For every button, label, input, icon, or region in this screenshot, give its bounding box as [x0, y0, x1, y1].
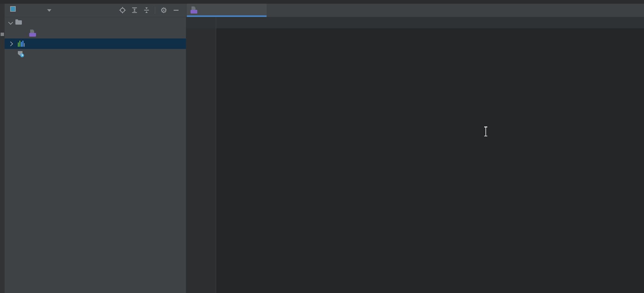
- gear-icon: ⚙: [160, 6, 167, 14]
- chevron-collapsed-icon[interactable]: [8, 42, 13, 46]
- expand-all-button[interactable]: [130, 6, 139, 14]
- project-panel-header: ⚙: [5, 4, 186, 17]
- project-panel: ⚙: [5, 4, 186, 293]
- settings-button[interactable]: ⚙: [159, 6, 168, 14]
- tree-row-php-file[interactable]: [5, 28, 186, 38]
- minimize-icon: [173, 7, 179, 13]
- tool-window-strip: [0, 4, 5, 293]
- php-file-icon: [29, 30, 36, 37]
- chevron-expanded-icon[interactable]: [8, 20, 13, 25]
- hide-panel-button[interactable]: [172, 6, 180, 14]
- gutter: [186, 17, 216, 293]
- tool-strip-icon[interactable]: [1, 33, 4, 36]
- toolbar-separator: [155, 7, 155, 14]
- locate-file-button[interactable]: [118, 6, 127, 14]
- scratches-icon: [18, 51, 24, 57]
- php-file-icon: [191, 6, 197, 14]
- folder-icon: [15, 20, 22, 25]
- tab-relilab-termine[interactable]: [187, 4, 267, 17]
- locate-icon: [119, 7, 126, 14]
- collapse-all-icon: [143, 7, 150, 14]
- chevron-down-icon[interactable]: [47, 9, 51, 12]
- tree-row-project-root[interactable]: [5, 18, 186, 28]
- gutter-separator: [216, 17, 216, 293]
- code-editor[interactable]: [186, 17, 644, 293]
- text-cursor-pointer: [484, 126, 488, 136]
- libraries-icon: [18, 41, 25, 47]
- editor-tab-bar: [186, 4, 644, 17]
- project-view-icon: [10, 6, 16, 12]
- tree-row-external-libraries[interactable]: [5, 38, 186, 49]
- collapse-all-button[interactable]: [142, 6, 151, 14]
- tree-row-scratches[interactable]: [5, 49, 186, 59]
- current-line-highlight: [186, 17, 644, 28]
- window-top-strip: [0, 0, 644, 4]
- ide-window: ⚙: [0, 0, 644, 293]
- expand-all-icon: [131, 7, 138, 14]
